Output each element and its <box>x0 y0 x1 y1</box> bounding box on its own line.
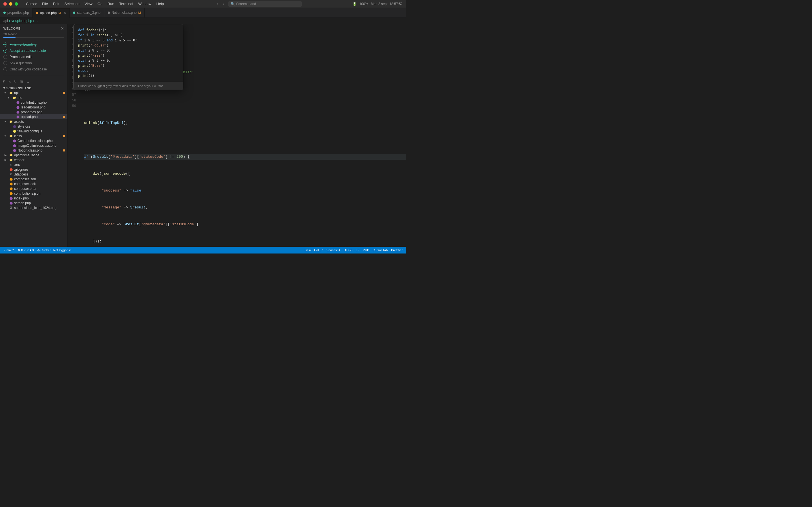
tree-file-imageoptimizer[interactable]: ⬤ ImageOptimizer.class.php <box>0 143 67 148</box>
menu-view[interactable]: View <box>85 2 93 6</box>
tree-file-composer-json[interactable]: ⬤ composer.json <box>0 177 67 181</box>
tab-upload[interactable]: upload.php M ✕ <box>33 8 70 18</box>
menu-window[interactable]: Window <box>138 2 151 6</box>
tab-label-upload: upload.php <box>40 11 57 15</box>
breadcrumb-upload[interactable]: ⚙ upload.php <box>11 19 32 23</box>
tab-close-upload[interactable]: ✕ <box>64 11 66 14</box>
status-spaces[interactable]: Spaces: 4 <box>326 248 340 252</box>
folder-vendor-label: vendor <box>14 158 67 162</box>
file-contributions-json-label: contributions.json <box>14 191 67 195</box>
status-cursor-position[interactable]: Ln 43, Col 37 <box>305 248 323 252</box>
tree-file-screen[interactable]: ⬤ screen.php <box>0 201 67 205</box>
search-icon[interactable]: ⌕ <box>8 79 11 84</box>
tree-folder-assets[interactable]: ▾ 📁 assets <box>0 119 67 124</box>
menu-run[interactable]: Run <box>107 2 114 6</box>
copy-icon[interactable]: ⎘ <box>3 79 5 84</box>
tree-file-contributions[interactable]: ⬤ contributions.php <box>0 100 67 105</box>
file-contributions-json-icon: ⬤ <box>9 191 13 195</box>
code-line-51 <box>84 137 406 143</box>
warning-count: 0 <box>28 248 29 252</box>
file-env-label: .env <box>14 163 67 167</box>
cursor-popup: def foobar(n): for i in range(1, n+1): i… <box>73 24 183 90</box>
popup-line-3: if i % 3 == 0 and i % 5 == 0: <box>78 38 179 43</box>
status-circleci[interactable]: ⊙ CircleCI: Not logged in <box>37 248 71 252</box>
tree-folder-me[interactable]: ▾ 📁 me <box>0 95 67 100</box>
tab-standard3[interactable]: standard_3.php <box>70 8 104 18</box>
nav-forward[interactable]: › <box>220 1 226 7</box>
fullscreen-button[interactable] <box>15 2 18 6</box>
tree-file-notion-class[interactable]: ⬤ Notion.class.php <box>0 148 67 153</box>
menu-help[interactable]: Help <box>156 2 164 6</box>
menu-selection[interactable]: Selection <box>64 2 79 6</box>
menu-cursor[interactable]: Cursor <box>26 2 37 6</box>
tree-file-screensland-icon[interactable]: 🖼 screensland_icon_1024.png <box>0 205 67 210</box>
status-prettifier[interactable]: Prettifier <box>391 248 403 252</box>
close-button[interactable] <box>3 2 7 6</box>
tab-notion[interactable]: Notion.class.php M <box>104 8 145 18</box>
menu-terminal[interactable]: Terminal <box>119 2 133 6</box>
sidebar-divider <box>3 76 64 76</box>
tree-file-style[interactable]: ⬤ style.css <box>0 124 67 129</box>
folder-class-icon: 📁 <box>9 134 13 138</box>
onboarding-section: ✓ Finish onboarding ✓ Accept an autocomp… <box>0 40 67 73</box>
file-screen-icon: ⬤ <box>9 201 13 205</box>
battery-icon: 🔋 <box>352 2 357 6</box>
tree-folder-class[interactable]: ▾ 📁 class <box>0 133 67 138</box>
tree-file-properties[interactable]: ⬤ properties.php <box>0 110 67 114</box>
popup-line-5: elif i % 3 == 0: <box>78 48 179 53</box>
status-encoding[interactable]: UTF-8 <box>344 248 352 252</box>
folder-api-label: api <box>14 91 62 95</box>
info-icon: ℹ <box>30 248 31 252</box>
code-line-53: die(json_encode([ <box>84 171 406 177</box>
tree-section-screensland[interactable]: ▾ SCREENSLAND <box>0 85 67 91</box>
folder-class-modified <box>63 135 65 137</box>
tree-folder-api[interactable]: ▾ 📁 api <box>0 91 67 95</box>
menu-file[interactable]: File <box>42 2 48 6</box>
tree-file-composer-phar[interactable]: ⬤ composer.phar <box>0 186 67 191</box>
tree-file-upload[interactable]: ⬤ upload.php <box>0 114 67 119</box>
nav-back[interactable]: ‹ <box>214 1 220 7</box>
status-cursor-tab[interactable]: Cursor Tab <box>372 248 388 252</box>
tree-folder-optimisme[interactable]: ▶ 📁 optimismeCache <box>0 153 67 158</box>
main-layout: WELCOME ✕ 20% done ✓ Finish onboarding ✓… <box>0 24 406 247</box>
breadcrumb-api[interactable]: api <box>3 19 8 23</box>
extensions-icon[interactable]: ⊞ <box>20 79 23 84</box>
status-language[interactable]: PHP <box>363 248 369 252</box>
status-errors[interactable]: ✕ 0 ⚠ 0 ℹ 0 <box>18 248 34 252</box>
onboarding-prompt-edit[interactable]: Prompt an edit <box>3 54 64 60</box>
tab-label-notion: Notion.class.php <box>112 11 137 15</box>
menu-edit[interactable]: Edit <box>53 2 59 6</box>
tree-folder-vendor[interactable]: ▶ 📁 vendor <box>0 158 67 162</box>
minimize-button[interactable] <box>9 2 12 6</box>
status-branch[interactable]: ⑂ main* <box>3 248 14 252</box>
onboarding-finish[interactable]: ✓ Finish onboarding <box>3 41 64 48</box>
file-properties-icon: ⬤ <box>16 110 20 114</box>
popup-line-1: def foobar(n): <box>78 27 179 33</box>
menu-go[interactable]: Go <box>98 2 102 6</box>
file-contributions-class-label: Contributions.class.php <box>17 139 67 143</box>
sidebar: WELCOME ✕ 20% done ✓ Finish onboarding ✓… <box>0 24 68 247</box>
tree-file-htaccess[interactable]: ⚙ .htaccess <box>0 172 67 177</box>
tree-file-index[interactable]: ⬤ index.php <box>0 196 67 201</box>
sidebar-close-button[interactable]: ✕ <box>61 26 64 31</box>
breadcrumb-ellipsis: ... <box>36 19 38 23</box>
branch-icon[interactable]: ⑂ <box>14 79 16 84</box>
tree-file-composer-lock[interactable]: ⬤ composer.lock <box>0 181 67 186</box>
address-bar[interactable]: 🔍 ScreensLand <box>229 1 302 7</box>
tree-file-tailwind[interactable]: ⬤ tailwind.config.js <box>0 129 67 133</box>
tab-properties[interactable]: properties.php <box>0 8 33 18</box>
sidebar-title: WELCOME <box>3 27 20 30</box>
tree-file-gitignore[interactable]: ⬤ .gitignore <box>0 167 67 172</box>
tab-icon-properties <box>3 11 6 14</box>
onboarding-autocomplete[interactable]: ✓ Accept an autocomplete <box>3 48 64 54</box>
status-line-ending[interactable]: LF <box>356 248 359 252</box>
onboarding-ask-question[interactable]: Ask a question <box>3 60 64 66</box>
tree-file-leaderboard[interactable]: ⬤ leaderboard.php <box>0 105 67 110</box>
onboarding-chat[interactable]: Chat with your codebase <box>3 66 64 72</box>
tree-file-env[interactable]: ⚙ .env <box>0 162 67 167</box>
popup-footer: Cursor can suggest grey text or diffs to… <box>73 82 183 90</box>
tree-file-contributions-class[interactable]: ⬤ Contributions.class.php <box>0 138 67 143</box>
file-screen-label: screen.php <box>14 201 67 205</box>
more-icon[interactable]: ⌄ <box>27 79 30 84</box>
tree-file-contributions-json[interactable]: ⬤ contributions.json <box>0 191 67 196</box>
